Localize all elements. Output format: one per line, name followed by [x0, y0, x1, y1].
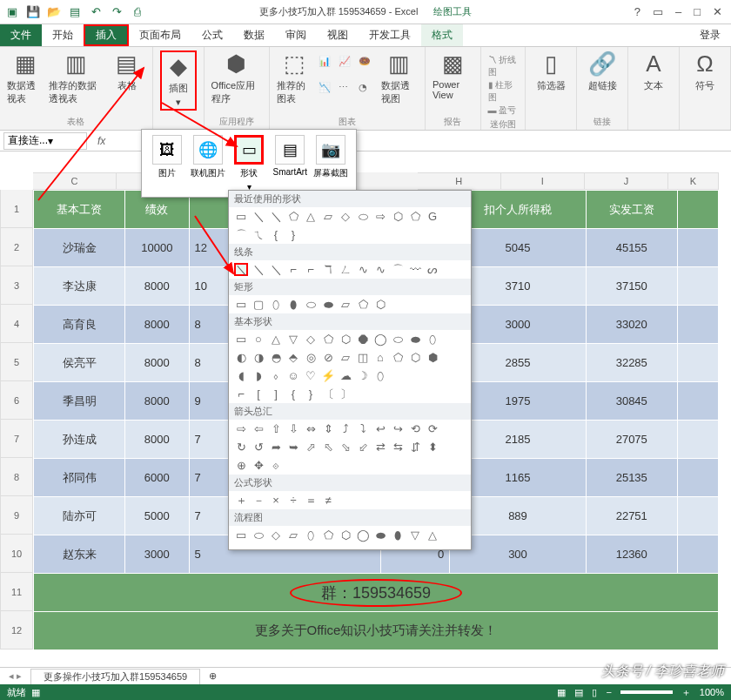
shapes-gallery: 最近使用的形状 ▭＼＼⬠△▱◇⬭⇨⬡⬠G ⌒ㄟ{} 线条 ＼＼＼⌐⌐ℸㄥ∿∿⌒〰…	[228, 190, 472, 550]
tab-data[interactable]: 数据	[233, 24, 275, 46]
group-number: 群：159534659	[290, 579, 462, 607]
chart-type-icon[interactable]: ⋯	[339, 82, 356, 105]
contextual-tab-label: 绘图工具	[433, 5, 472, 18]
tab-home[interactable]: 开始	[42, 24, 84, 46]
smartart-button[interactable]: ▤SmartArt	[271, 135, 310, 192]
pivotchart-button[interactable]: ▥数据透视图	[381, 50, 418, 105]
symbols-button[interactable]: Ω符号	[687, 50, 723, 92]
ribbon-tabs: 文件 开始 插入 页面布局 公式 数据 审阅 视图 开发工具 格式 登录	[0, 24, 731, 47]
group-tables-label: 表格	[67, 116, 84, 128]
close-icon[interactable]: ✕	[713, 5, 722, 18]
excel-icon: ▣	[5, 5, 19, 19]
tab-developer[interactable]: 开发工具	[359, 24, 421, 46]
sparkline-winloss[interactable]: ▬ 盈亏	[488, 104, 517, 117]
status-bar: 就绪 ▦ ▦ ▤ ▯ − ＋ 100%	[0, 684, 731, 700]
row-headers: 123456789101112	[0, 190, 33, 650]
tab-review[interactable]: 审阅	[275, 24, 317, 46]
open-icon[interactable]: 📂	[47, 5, 61, 19]
recommended-charts-button[interactable]: ⬚推荐的图表	[277, 50, 313, 105]
chart-type-icon[interactable]: 📈	[339, 56, 356, 79]
document-title: 更多小技巧加入群 159534659 - Excel	[259, 5, 419, 18]
title-bar: ▣ 💾 📂 ▤ ↶ ↷ ⎙ 更多小技巧加入群 159534659 - Excel…	[0, 0, 731, 24]
view-layout-icon[interactable]: ▤	[574, 687, 583, 698]
chart-type-icon[interactable]: 📊	[319, 56, 336, 79]
tab-file[interactable]: 文件	[0, 24, 42, 46]
view-pagebreak-icon[interactable]: ▯	[592, 687, 597, 698]
tab-formulas[interactable]: 公式	[191, 24, 233, 46]
preview-icon[interactable]: ⎙	[131, 5, 144, 19]
line-shape[interactable]: ＼	[234, 263, 248, 276]
text-button[interactable]: A文本	[635, 50, 672, 92]
online-pictures-button[interactable]: 🌐联机图片	[188, 135, 227, 192]
status-ready: 就绪	[7, 686, 26, 699]
ribbon: ▦数据透视表 ▥推荐的数据透视表 ▤表格 表格 ◆插图▾ ⬢Office应用程序…	[0, 47, 731, 131]
help-icon[interactable]: ?	[634, 5, 640, 18]
view-normal-icon[interactable]: ▦	[557, 687, 566, 698]
office-apps-button[interactable]: ⬢Office应用程序	[211, 50, 262, 105]
save-icon[interactable]: 💾	[26, 5, 40, 19]
shapes-section-arrows: 箭头总汇	[229, 403, 471, 420]
new-sheet-button[interactable]: ⊕	[200, 670, 225, 682]
column-headers: CDE HIJK	[33, 172, 719, 190]
shapes-section-equation: 公式形状	[229, 475, 471, 491]
sparkline-column[interactable]: ▮ 柱形图	[488, 79, 518, 104]
minimize-icon[interactable]: –	[675, 5, 681, 18]
tab-format[interactable]: 格式	[421, 24, 463, 46]
login-link[interactable]: 登录	[689, 24, 731, 46]
shapes-section-recent: 最近使用的形状	[229, 191, 471, 207]
undo-icon[interactable]: ↶	[89, 5, 103, 19]
maximize-icon[interactable]: □	[694, 5, 701, 18]
redo-icon[interactable]: ↷	[110, 5, 124, 19]
illustrations-button[interactable]: ◆插图▾	[160, 50, 197, 111]
shapes-section-basic: 基本形状	[229, 313, 471, 330]
illustrations-dropdown: 🖼图片 🌐联机图片 ▭形状▾ ▤SmartArt 📷屏幕截图	[141, 129, 357, 198]
name-box[interactable]: 直接连... ▾	[3, 132, 87, 150]
sparkline-line[interactable]: 〽 折线图	[488, 54, 518, 78]
tab-insert[interactable]: 插入	[84, 24, 129, 46]
watermark-credit: 头条号 / 李珍喜老师	[601, 663, 724, 681]
chart-type-icon[interactable]: ◔	[359, 82, 376, 105]
ribbon-toggle-icon[interactable]: ▭	[653, 5, 663, 18]
shapes-section-flowchart: 流程图	[229, 509, 471, 526]
tab-view[interactable]: 视图	[317, 24, 359, 46]
recommended-pivot-button[interactable]: ▥推荐的数据透视表	[49, 50, 104, 105]
status-icon: ▦	[31, 687, 40, 698]
shapes-section-rects: 矩形	[229, 279, 471, 295]
zoom-level[interactable]: 100%	[700, 687, 724, 697]
tab-layout[interactable]: 页面布局	[129, 24, 191, 46]
sheet-nav[interactable]: ◂ ▸	[0, 670, 30, 682]
sheet-tab[interactable]: 更多操作小技巧加入群159534659	[30, 669, 200, 684]
slicer-button[interactable]: ▯筛选器	[533, 50, 569, 92]
zoom-out[interactable]: −	[606, 687, 611, 697]
hyperlink-button[interactable]: 🔗超链接	[584, 50, 620, 92]
shapes-lines-row: ＼＼＼⌐⌐ℸㄥ∿∿⌒〰ᔕ	[229, 260, 471, 279]
zoom-in[interactable]: ＋	[681, 686, 691, 699]
shapes-button[interactable]: ▭形状▾	[229, 135, 268, 192]
shapes-recent-row: ▭＼＼⬠△▱◇⬭⇨⬡⬠G	[229, 207, 471, 225]
footer-text: 更多关于Office知识小技巧请关注并转发！	[34, 612, 719, 650]
powerview-button[interactable]: ▩Power View	[433, 50, 473, 100]
chart-type-icon[interactable]: 📉	[319, 82, 336, 105]
fx-icon[interactable]: fx	[91, 135, 112, 147]
screenshot-button[interactable]: 📷屏幕截图	[312, 135, 351, 192]
quick-access-toolbar: ▣ 💾 📂 ▤ ↶ ↷ ⎙	[0, 5, 150, 19]
table-button[interactable]: ▤表格	[109, 50, 145, 105]
formula-bar: 直接连... ▾ fx	[0, 131, 731, 151]
new-icon[interactable]: ▤	[68, 5, 82, 19]
window-controls: ? ▭ – □ ✕	[634, 5, 731, 18]
pivottable-button[interactable]: ▦数据透视表	[7, 50, 44, 105]
chart-type-icon[interactable]: 🍩	[359, 56, 376, 79]
shapes-section-lines: 线条	[229, 244, 471, 260]
pictures-button[interactable]: 🖼图片	[147, 135, 186, 192]
